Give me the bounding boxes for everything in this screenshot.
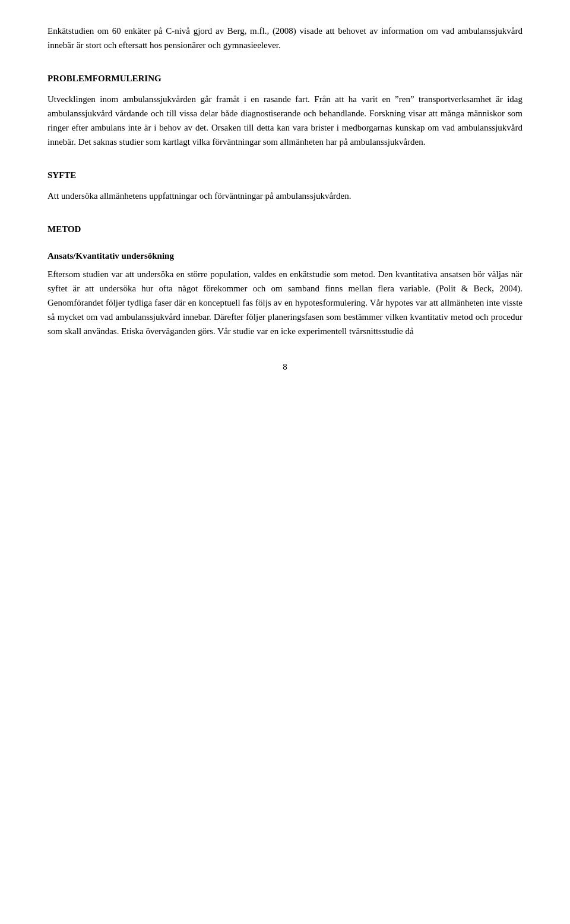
metod-section: METOD Ansats/Kvantitativ undersökning Ef… xyxy=(48,224,522,338)
syfte-section: SYFTE Att undersöka allmänhetens uppfatt… xyxy=(48,170,522,203)
page-number: 8 xyxy=(48,362,522,372)
metod-body: Eftersom studien var att undersöka en st… xyxy=(48,267,522,338)
syfte-body: Att undersöka allmänhetens uppfattningar… xyxy=(48,189,522,203)
problemformulering-section: PROBLEMFORMULERING Utvecklingen inom amb… xyxy=(48,74,522,149)
metod-heading: METOD xyxy=(48,224,522,234)
problemformulering-heading: PROBLEMFORMULERING xyxy=(48,74,522,84)
problemformulering-body: Utvecklingen inom ambulanssjukvården går… xyxy=(48,92,522,149)
metod-subheading: Ansats/Kvantitativ undersökning xyxy=(48,251,522,261)
syfte-heading: SYFTE xyxy=(48,170,522,180)
intro-paragraph: Enkätstudien om 60 enkäter på C-nivå gjo… xyxy=(48,24,522,52)
page-container: Enkätstudien om 60 enkäter på C-nivå gjo… xyxy=(0,0,570,924)
